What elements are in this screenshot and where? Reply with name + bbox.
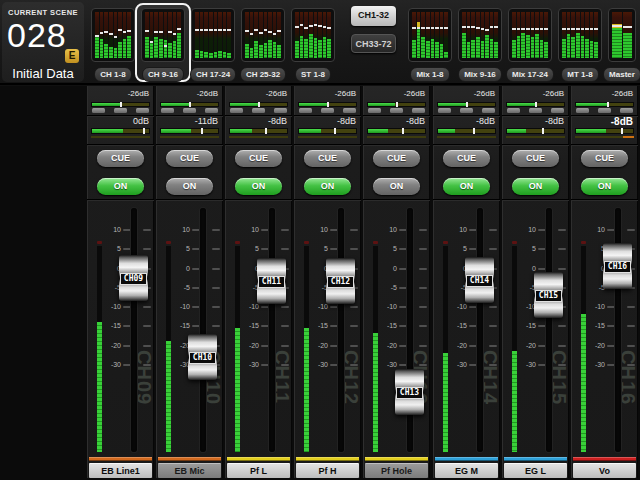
gain-slider[interactable] <box>575 102 634 107</box>
nav-bank-label[interactable]: CH 25-32 <box>240 67 286 82</box>
nav-bank-label[interactable]: Mix 1-8 <box>410 67 449 82</box>
level-bar[interactable] <box>160 128 219 134</box>
channel-name[interactable]: EB Line1 <box>89 463 152 478</box>
fader-handle[interactable]: CH15 <box>534 272 563 318</box>
level-bar[interactable] <box>575 128 634 134</box>
fader-handle[interactable]: CH11 <box>257 258 286 304</box>
nav-bank-label[interactable]: CH 1-8 <box>94 67 131 82</box>
cue-button[interactable]: CUE <box>304 150 351 167</box>
channel-name[interactable]: Pf Hole <box>365 463 428 478</box>
gain-db-value: -26dB <box>335 89 356 98</box>
on-button[interactable]: ON <box>581 178 628 195</box>
fader-handle-label: CH16 <box>604 261 631 273</box>
gain-reduction-bar <box>91 136 150 138</box>
cue-button[interactable]: CUE <box>443 150 490 167</box>
channel-color-bar <box>89 457 152 461</box>
cue-button[interactable]: CUE <box>512 150 559 167</box>
fader-handle[interactable]: CH16 <box>603 243 632 289</box>
level-bar[interactable] <box>437 128 496 134</box>
on-button[interactable]: ON <box>166 178 213 195</box>
gain-slider[interactable] <box>160 102 219 107</box>
gain-slider[interactable] <box>91 102 150 107</box>
channel-strip-ch10: -26dB -11dB CUE ON CH10 1050-5-10-15-20-… <box>156 86 223 478</box>
gain-slider[interactable] <box>229 102 288 107</box>
fader-db-value: -11dB <box>195 116 218 126</box>
level-bar[interactable] <box>229 128 288 134</box>
on-button[interactable]: ON <box>373 178 420 195</box>
nav-bank-meter-block[interactable] <box>141 8 185 62</box>
level-bar[interactable] <box>506 128 565 134</box>
cue-button[interactable]: CUE <box>581 150 628 167</box>
fader-db-value: -8dB <box>406 116 425 126</box>
on-button[interactable]: ON <box>235 178 282 195</box>
fader-handle-label: CH15 <box>535 290 562 302</box>
nav-bank-meter-block[interactable] <box>558 8 602 62</box>
channel-strip-ch12: -26dB -8dB CUE ON CH12 1050-5-10-15-20-3… <box>294 86 361 478</box>
fader-track[interactable] <box>200 208 206 452</box>
fader-track[interactable] <box>338 208 344 452</box>
fader-track[interactable] <box>407 208 413 452</box>
fader-handle[interactable]: CH09 <box>119 255 148 301</box>
fader-handle-label: CH11 <box>258 276 285 288</box>
cue-button[interactable]: CUE <box>97 150 144 167</box>
nav-bank-label[interactable]: Mix 9-16 <box>458 67 502 82</box>
level-bar[interactable] <box>91 128 150 134</box>
peak-led <box>304 241 309 244</box>
on-button[interactable]: ON <box>97 178 144 195</box>
fader-track[interactable] <box>269 208 275 452</box>
cue-button[interactable]: CUE <box>235 150 282 167</box>
scene-panel[interactable]: CURRENT SCENE 028 E Initial Data <box>2 2 84 82</box>
gain-db-value: -26dB <box>474 89 495 98</box>
nav-bank-label[interactable]: ST 1-8 <box>295 67 331 82</box>
bank-ch1-32-button[interactable]: CH1-32 <box>351 6 396 26</box>
channel-name[interactable]: EB Mic <box>158 463 221 478</box>
gain-slider[interactable] <box>506 102 565 107</box>
channel-strip-ch15: -26dB -8dB CUE ON CH15 1050-5-10-15-20-3… <box>502 86 569 478</box>
on-button[interactable]: ON <box>512 178 559 195</box>
nav-bank-label[interactable]: CH 17-24 <box>190 67 236 82</box>
on-button[interactable]: ON <box>304 178 351 195</box>
gain-slider[interactable] <box>367 102 426 107</box>
channel-name[interactable]: Vo <box>573 463 636 478</box>
fader-track[interactable] <box>131 208 137 452</box>
gain-slider[interactable] <box>298 102 357 107</box>
nav-bank-meter-block[interactable] <box>191 8 235 62</box>
nav-bank-label[interactable]: MT 1-8 <box>561 67 598 82</box>
status-indicator <box>321 108 334 113</box>
nav-bank-meter-block[interactable] <box>241 8 285 62</box>
nav-bank-meter-block[interactable] <box>91 8 135 62</box>
nav-bank-meter-block[interactable] <box>291 8 335 62</box>
nav-bank-meter-block[interactable] <box>408 8 452 62</box>
level-bar[interactable] <box>298 128 357 134</box>
fader-handle[interactable]: CH14 <box>465 257 494 303</box>
fader-handle-label: CH10 <box>189 352 216 364</box>
nav-bank-meter-block[interactable] <box>458 8 502 62</box>
level-bar[interactable] <box>367 128 426 134</box>
nav-bank-label[interactable]: Mix 17-24 <box>506 67 554 82</box>
channel-name[interactable]: EG M <box>435 463 498 478</box>
gain-reduction-bar <box>575 136 634 138</box>
bank-ch33-72-button[interactable]: CH33-72 <box>351 34 396 53</box>
status-indicator <box>598 108 611 113</box>
cue-button[interactable]: CUE <box>166 150 213 167</box>
nav-bank-meter-block[interactable] <box>608 8 636 62</box>
fader-handle[interactable]: CH12 <box>326 258 355 304</box>
peak-led <box>581 241 586 244</box>
fader-track[interactable] <box>477 208 483 452</box>
nav-bank-label[interactable]: CH 9-16 <box>142 67 184 82</box>
status-indicator <box>390 108 403 113</box>
gain-slider[interactable] <box>437 102 496 107</box>
fader-handle[interactable]: CH13 <box>395 369 424 415</box>
fader-db-value: -8dB <box>476 116 495 126</box>
on-button[interactable]: ON <box>443 178 490 195</box>
cue-button[interactable]: CUE <box>373 150 420 167</box>
channel-name[interactable]: EG L <box>504 463 567 478</box>
fader-handle[interactable]: CH10 <box>188 334 217 380</box>
nav-bank-label[interactable]: Master <box>603 67 640 82</box>
nav-bank-meter-block[interactable] <box>508 8 552 62</box>
fader-track[interactable] <box>546 208 552 452</box>
channel-name[interactable]: Pf H <box>296 463 359 478</box>
channel-name[interactable]: Pf L <box>227 463 290 478</box>
fader-scale-label: 10 <box>441 226 467 233</box>
channel-color-bar <box>435 457 498 461</box>
